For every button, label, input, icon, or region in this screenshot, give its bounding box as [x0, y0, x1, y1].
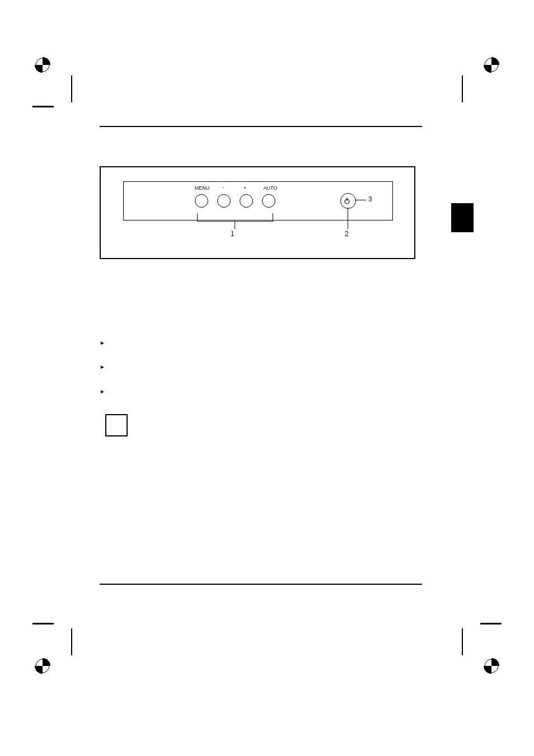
figure-legend: 1 = 2 = 3 = — [100, 293, 422, 323]
crop-bar — [32, 106, 54, 107]
callout-number-3: 3 — [368, 195, 372, 203]
content-column: MENU - + AUTO 1 3 2 1 = 2 = 3 = — [100, 126, 422, 459]
power-icon — [344, 196, 350, 203]
callout-number-2: 2 — [345, 230, 349, 238]
callout-number-1: 1 — [231, 230, 235, 238]
legend-row-1: 1 = — [100, 293, 422, 303]
step-item-1 — [100, 338, 422, 349]
page-root: MENU - + AUTO 1 3 2 1 = 2 = 3 = — [0, 0, 534, 756]
crop-mark-icon — [484, 57, 499, 73]
step-list — [100, 338, 422, 398]
rule-top — [100, 126, 422, 127]
footer — [100, 584, 422, 589]
auto-button-icon — [262, 194, 275, 208]
button-label-minus: - — [217, 185, 230, 190]
rule-bottom — [100, 584, 422, 585]
crop-bar — [32, 623, 54, 624]
crop-bar — [71, 628, 72, 655]
legend-row-2: 2 = — [100, 303, 422, 313]
crop-mark-icon — [484, 658, 499, 674]
crop-bar — [462, 628, 463, 655]
button-label-plus: + — [238, 185, 252, 191]
step-item-3 — [100, 387, 422, 398]
thumb-tab — [451, 203, 474, 232]
step-item-2 — [100, 362, 422, 373]
crop-mark-icon — [35, 658, 50, 674]
minus-button-icon — [217, 194, 231, 208]
menu-button-icon — [195, 194, 208, 208]
note-row — [105, 414, 422, 436]
front-panel-figure: MENU - + AUTO 1 3 2 — [100, 166, 415, 259]
note-text — [139, 414, 141, 425]
callout-bracket-1 — [197, 213, 273, 222]
crop-mark-icon — [35, 57, 50, 73]
legend-row-3: 3 = — [100, 313, 422, 323]
crop-bar — [71, 76, 72, 102]
button-label-menu: MENU — [194, 185, 210, 191]
plus-button-icon — [240, 194, 253, 208]
button-label-auto: AUTO — [262, 185, 279, 191]
callout-stem-1 — [235, 221, 235, 229]
info-icon — [105, 414, 128, 436]
crop-bar — [462, 76, 463, 102]
callout-leader-2 — [348, 208, 348, 229]
callout-leader-3 — [355, 200, 366, 200]
crop-bar — [480, 623, 502, 624]
